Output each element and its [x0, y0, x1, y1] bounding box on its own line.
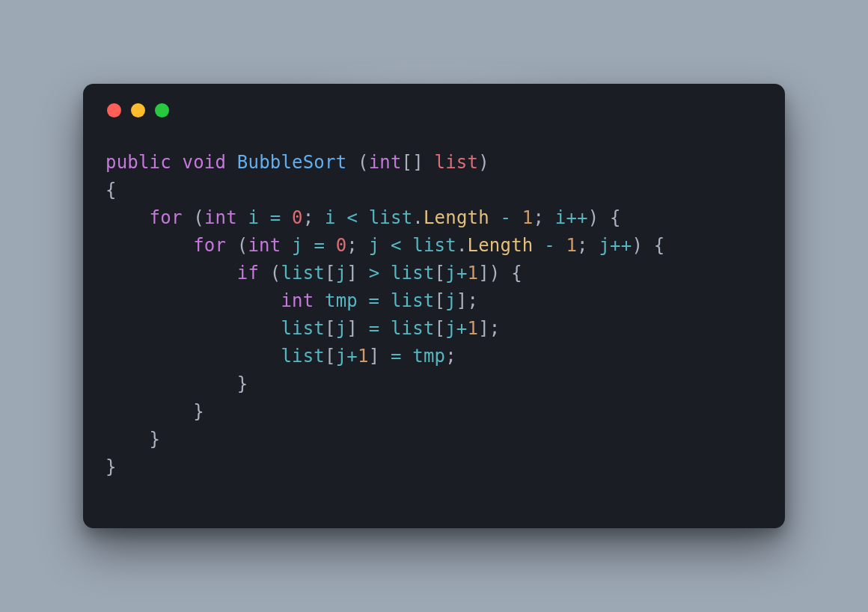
code-token: [533, 235, 544, 256]
code-token: BubbleSort: [237, 152, 347, 173]
code-token: ): [478, 152, 489, 173]
code-token: Length: [468, 235, 534, 256]
code-token: i: [248, 207, 259, 228]
code-token: 1: [522, 207, 534, 228]
code-token: +: [346, 346, 358, 367]
code-token: [237, 207, 248, 228]
code-line: }: [106, 370, 762, 398]
code-token: j: [336, 318, 347, 339]
code-token: ;: [303, 207, 325, 228]
code-line: }: [106, 453, 762, 481]
code-token: [106, 290, 281, 311]
code-token: [: [325, 346, 336, 367]
code-token: void: [183, 152, 227, 173]
code-token: public: [106, 152, 171, 173]
code-token: 0: [292, 207, 303, 228]
code-token: 1: [566, 235, 577, 256]
code-token: [106, 235, 193, 256]
code-token: [379, 318, 391, 339]
code-token: [325, 235, 336, 256]
minimize-icon[interactable]: [131, 103, 145, 117]
code-line: public void BubbleSort (int[] list): [106, 149, 762, 177]
code-token: 1: [468, 263, 479, 284]
code-token: -: [501, 207, 512, 228]
code-token: ];: [456, 290, 478, 311]
code-token: [281, 235, 292, 256]
code-token: -: [544, 235, 555, 256]
code-line: list[j] = list[j+1];: [106, 315, 762, 343]
code-token: [379, 263, 391, 284]
code-token: [226, 152, 237, 173]
code-token: 1: [358, 346, 369, 367]
code-line: {: [106, 177, 762, 204]
code-token: list: [435, 152, 479, 173]
code-token: [: [325, 318, 336, 339]
close-icon[interactable]: [107, 103, 121, 117]
code-token: [171, 152, 183, 173]
code-token: ) {: [588, 207, 621, 228]
code-token: [106, 263, 237, 284]
code-token: [259, 207, 270, 228]
code-token: ++: [566, 207, 587, 228]
code-token: ;: [445, 346, 456, 367]
code-token: [336, 207, 347, 228]
code-token: [303, 235, 314, 256]
code-token: [379, 290, 391, 311]
code-line: int tmp = list[j];: [106, 287, 762, 315]
code-token: for: [150, 207, 183, 228]
code-token: (: [346, 152, 368, 173]
code-token: [: [435, 290, 446, 311]
maximize-icon[interactable]: [155, 103, 169, 117]
code-token: int: [204, 207, 237, 228]
code-token: j: [336, 346, 347, 367]
code-token: list: [281, 346, 325, 367]
code-token: [106, 318, 281, 339]
code-token: +: [456, 263, 468, 284]
code-token: list: [281, 263, 325, 284]
code-token: for: [193, 235, 226, 256]
code-token: ]) {: [478, 263, 522, 284]
code-token: ]: [346, 263, 368, 284]
code-token: [106, 207, 150, 228]
code-token: =: [391, 346, 402, 367]
code-line: for (int j = 0; j < list.Length - 1; j++…: [106, 232, 762, 260]
code-token: +: [456, 318, 468, 339]
code-token: [: [435, 263, 446, 284]
code-token: =: [369, 290, 380, 311]
code-token: Length: [424, 207, 489, 228]
code-token: i: [555, 207, 566, 228]
code-token: <: [391, 235, 402, 256]
code-token: j: [445, 263, 456, 284]
code-token: [106, 346, 281, 367]
code-token: []: [402, 152, 435, 173]
code-line: for (int i = 0; i < list.Length - 1; i++…: [106, 204, 762, 232]
code-token: [379, 235, 391, 256]
code-token: 0: [336, 235, 347, 256]
code-line: }: [106, 426, 762, 453]
code-line: if (list[j] > list[j+1]) {: [106, 260, 762, 287]
code-token: [358, 207, 369, 228]
code-token: int: [248, 235, 281, 256]
code-token: [402, 235, 413, 256]
code-token: .: [456, 235, 468, 256]
code-token: <: [346, 207, 358, 228]
code-token: ;: [346, 235, 368, 256]
code-block: public void BubbleSort (int[] list){ for…: [106, 149, 762, 481]
code-token: j: [369, 235, 380, 256]
code-token: j: [292, 235, 303, 256]
code-token: j: [445, 290, 456, 311]
code-token: (: [259, 263, 281, 284]
code-token: i: [325, 207, 336, 228]
code-token: int: [281, 290, 314, 311]
code-token: [511, 207, 522, 228]
code-token: .: [412, 207, 424, 228]
code-token: list: [391, 263, 435, 284]
code-token: j: [336, 263, 347, 284]
code-token: }: [106, 429, 160, 450]
code-token: }: [106, 456, 117, 477]
code-token: ]: [369, 346, 391, 367]
code-token: ;: [534, 207, 555, 228]
code-token: (: [226, 235, 248, 256]
code-token: ;: [577, 235, 599, 256]
code-token: j: [599, 235, 610, 256]
